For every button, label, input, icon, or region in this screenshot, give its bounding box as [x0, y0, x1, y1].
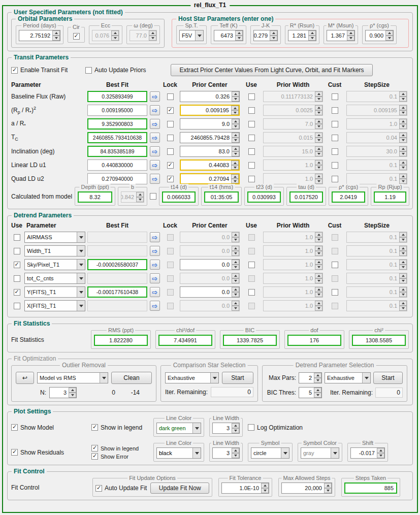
spinner-buttons[interactable]: [315, 160, 322, 170]
transfer-best-fit-button[interactable]: ⇨: [150, 146, 160, 156]
use-prior-checkbox[interactable]: [248, 303, 255, 309]
spin-up-icon[interactable]: [231, 160, 239, 165]
spinner-buttons[interactable]: [232, 119, 239, 129]
residual-line-width-spinner[interactable]: 3: [212, 447, 240, 459]
auto-update-fit[interactable]: Auto Update Fit: [95, 485, 147, 492]
spin-up-icon[interactable]: [315, 119, 322, 124]
symbol-select[interactable]: circle: [251, 447, 289, 459]
model-legend-checkbox[interactable]: [91, 424, 98, 431]
step-size-spinner[interactable]: 30.0: [346, 146, 407, 157]
fit-tolerance-spinner[interactable]: 1.0E-10: [221, 482, 269, 494]
spin-up-icon[interactable]: [231, 106, 239, 110]
spin-down-icon[interactable]: [314, 378, 321, 383]
log-optimization-checkbox[interactable]: [248, 424, 254, 431]
prior-width-spinner[interactable]: 1.0: [263, 173, 323, 184]
spin-down-icon[interactable]: [399, 265, 407, 270]
model-show-in-legend[interactable]: Show in legend: [91, 424, 148, 431]
lock-checkbox[interactable]: [167, 275, 174, 282]
spin-up-icon[interactable]: [315, 232, 322, 237]
spin-down-icon[interactable]: [232, 292, 239, 297]
custom-step-checkbox[interactable]: [332, 93, 338, 100]
transfer-best-fit-button[interactable]: ⇨: [150, 260, 160, 270]
dropdown-arrow-icon[interactable]: [77, 260, 85, 270]
spinner-buttons[interactable]: [315, 91, 322, 102]
spin-down-icon[interactable]: [315, 124, 322, 129]
dropdown-arrow-icon[interactable]: [192, 423, 201, 433]
spin-up-icon[interactable]: [232, 232, 239, 237]
lock-checkbox[interactable]: [167, 135, 174, 141]
model-line-color-select[interactable]: dark green: [156, 423, 201, 434]
spin-up-icon[interactable]: [347, 30, 354, 36]
spin-up-icon[interactable]: [399, 246, 407, 251]
step-size-spinner[interactable]: 0.1: [346, 232, 407, 243]
spin-down-icon[interactable]: [231, 110, 239, 115]
spin-up-icon[interactable]: [399, 160, 407, 165]
enable-transit-fit[interactable]: Enable Transit Fit: [11, 67, 74, 74]
bic-thres-spinner[interactable]: 5: [299, 387, 322, 398]
use-prior-checkbox[interactable]: [248, 107, 255, 114]
step-size-spinner[interactable]: 0.1: [346, 300, 407, 311]
prior-width-spinner[interactable]: 1.0: [263, 286, 323, 298]
prior-center-spinner[interactable]: 0.326: [180, 91, 240, 102]
spinner-buttons[interactable]: [232, 246, 239, 256]
spin-up-icon[interactable]: [399, 287, 407, 292]
spin-up-icon[interactable]: [315, 260, 322, 265]
spin-up-icon[interactable]: [314, 388, 321, 393]
spin-up-icon[interactable]: [232, 133, 239, 138]
spin-down-icon[interactable]: [315, 237, 322, 242]
max-pars-spinner[interactable]: 2: [299, 372, 322, 383]
spinner-buttons[interactable]: [270, 30, 277, 41]
spin-down-icon[interactable]: [315, 165, 322, 170]
spin-up-icon[interactable]: [315, 91, 322, 96]
residual-line-color-select[interactable]: black: [156, 447, 201, 459]
spin-up-icon[interactable]: [232, 260, 239, 265]
spinner-buttons[interactable]: [399, 119, 407, 129]
spin-up-icon[interactable]: [315, 287, 322, 292]
spin-up-icon[interactable]: [314, 373, 321, 378]
spin-up-icon[interactable]: [232, 423, 239, 428]
custom-step-checkbox[interactable]: [332, 148, 338, 155]
spin-down-icon[interactable]: [231, 179, 239, 183]
prior-center-spinner[interactable]: 0.0: [180, 286, 240, 298]
period-spinner[interactable]: 2.75192: [19, 30, 60, 41]
enable-transit-fit-checkbox[interactable]: [11, 67, 18, 74]
spin-up-icon[interactable]: [315, 301, 322, 306]
use-detrend-checkbox[interactable]: [14, 289, 20, 296]
spin-down-icon[interactable]: [315, 306, 322, 311]
outlier-method-select[interactable]: Model vs RMS: [37, 372, 108, 383]
rstar-spinner[interactable]: 1.281: [288, 30, 316, 41]
use-prior-checkbox[interactable]: [248, 262, 255, 268]
comp-star-method-select[interactable]: Exhaustive: [165, 372, 219, 383]
lock-checkbox[interactable]: [167, 93, 174, 100]
b-use-checkbox[interactable]: [150, 193, 156, 200]
spinner-buttons[interactable]: [399, 174, 407, 184]
prior-center-spinner[interactable]: 0.44083: [180, 159, 240, 171]
n-spinner[interactable]: 3: [49, 387, 77, 398]
spin-down-icon[interactable]: [235, 36, 243, 41]
spinner-buttons[interactable]: [308, 30, 316, 41]
residual-show-error[interactable]: Show Error: [91, 453, 148, 460]
use-prior-checkbox[interactable]: [248, 162, 255, 169]
b-spinner[interactable]: 0.842: [121, 191, 144, 203]
dropdown-arrow-icon[interactable]: [77, 232, 85, 242]
model-line-width-spinner[interactable]: 3: [212, 423, 240, 434]
spin-up-icon[interactable]: [232, 273, 239, 278]
mstar-spinner[interactable]: 1.367: [327, 30, 355, 41]
extract-priors-button[interactable]: Extract Prior Center Values From Light C…: [171, 64, 373, 76]
spin-down-icon[interactable]: [315, 179, 322, 184]
spin-up-icon[interactable]: [399, 146, 407, 151]
detrend-param-select[interactable]: Width_T1: [24, 245, 85, 256]
prior-center-spinner[interactable]: 0.27094: [180, 173, 240, 184]
residual-show-in-legend[interactable]: Show in legend: [91, 445, 148, 452]
spinner-buttons[interactable]: [232, 273, 239, 283]
step-size-spinner[interactable]: 0.1: [346, 173, 407, 184]
use-prior-checkbox[interactable]: [248, 289, 255, 296]
spin-up-icon[interactable]: [232, 246, 239, 251]
spin-up-icon[interactable]: [315, 160, 322, 165]
spin-down-icon[interactable]: [232, 124, 239, 129]
spin-down-icon[interactable]: [399, 306, 407, 311]
dropdown-arrow-icon[interactable]: [77, 273, 85, 283]
undo-outlier-removal-button[interactable]: ↩: [16, 372, 34, 384]
transfer-best-fit-button[interactable]: ⇨: [150, 301, 160, 311]
spin-up-icon[interactable]: [385, 30, 393, 36]
